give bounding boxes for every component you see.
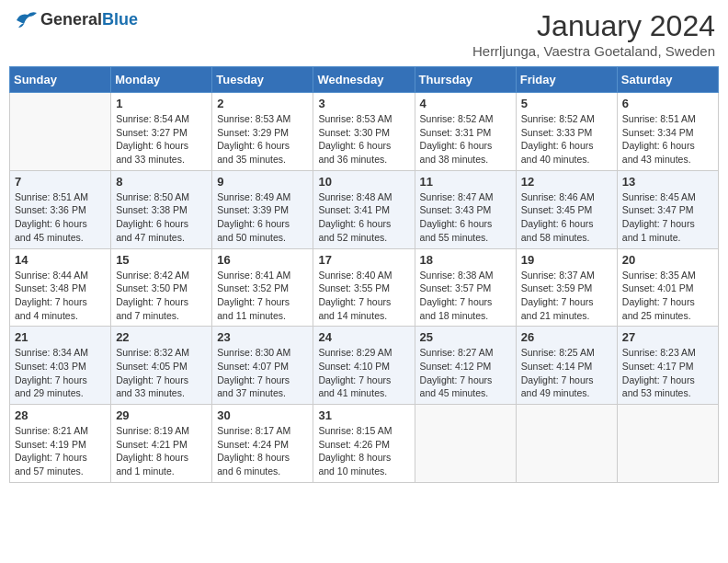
calendar-cell: 4Sunrise: 8:52 AMSunset: 3:31 PMDaylight…: [415, 93, 516, 171]
calendar-cell: 5Sunrise: 8:52 AMSunset: 3:33 PMDaylight…: [516, 93, 617, 171]
day-number: 25: [420, 330, 511, 344]
day-info: Sunrise: 8:29 AMSunset: 4:10 PMDaylight:…: [318, 346, 409, 400]
calendar-cell: [10, 93, 111, 171]
column-header-tuesday: Tuesday: [212, 67, 313, 93]
day-number: 15: [116, 253, 207, 267]
calendar-cell: 23Sunrise: 8:30 AMSunset: 4:07 PMDayligh…: [212, 327, 313, 405]
day-info: Sunrise: 8:51 AMSunset: 3:34 PMDaylight:…: [622, 112, 713, 167]
day-number: 19: [521, 253, 612, 267]
day-info: Sunrise: 8:34 AMSunset: 4:03 PMDaylight:…: [15, 346, 106, 400]
calendar-cell: 25Sunrise: 8:27 AMSunset: 4:12 PMDayligh…: [415, 327, 516, 405]
day-number: 13: [622, 175, 713, 189]
day-number: 14: [15, 253, 106, 267]
day-number: 16: [217, 253, 308, 267]
day-number: 2: [217, 97, 308, 110]
calendar-body: 1Sunrise: 8:54 AMSunset: 3:27 PMDaylight…: [10, 93, 719, 483]
day-info: Sunrise: 8:52 AMSunset: 3:31 PMDaylight:…: [420, 112, 511, 167]
day-number: 9: [217, 175, 308, 189]
calendar-cell: 14Sunrise: 8:44 AMSunset: 3:48 PMDayligh…: [10, 248, 111, 327]
calendar-title: January 2024: [472, 9, 715, 43]
day-info: Sunrise: 8:30 AMSunset: 4:07 PMDaylight:…: [217, 346, 308, 400]
logo-blue: Blue: [102, 10, 138, 29]
calendar-week-row: 28Sunrise: 8:21 AMSunset: 4:19 PMDayligh…: [10, 405, 719, 483]
day-number: 23: [217, 330, 308, 344]
calendar-cell: 20Sunrise: 8:35 AMSunset: 4:01 PMDayligh…: [617, 248, 718, 327]
calendar-table: SundayMondayTuesdayWednesdayThursdayFrid…: [9, 66, 719, 483]
day-number: 8: [116, 175, 207, 189]
calendar-cell: 22Sunrise: 8:32 AMSunset: 4:05 PMDayligh…: [111, 327, 212, 405]
calendar-cell: 28Sunrise: 8:21 AMSunset: 4:19 PMDayligh…: [10, 405, 111, 483]
column-header-sunday: Sunday: [10, 67, 111, 93]
day-number: 28: [15, 408, 106, 422]
day-info: Sunrise: 8:51 AMSunset: 3:36 PMDaylight:…: [15, 190, 106, 245]
day-number: 22: [116, 330, 207, 344]
day-info: Sunrise: 8:49 AMSunset: 3:39 PMDaylight:…: [217, 190, 308, 245]
day-info: Sunrise: 8:32 AMSunset: 4:05 PMDaylight:…: [116, 346, 207, 400]
calendar-cell: 6Sunrise: 8:51 AMSunset: 3:34 PMDaylight…: [617, 93, 718, 171]
day-number: 12: [521, 175, 612, 189]
calendar-cell: 12Sunrise: 8:46 AMSunset: 3:45 PMDayligh…: [516, 170, 617, 248]
day-info: Sunrise: 8:17 AMSunset: 4:24 PMDaylight:…: [217, 424, 308, 478]
calendar-cell: 29Sunrise: 8:19 AMSunset: 4:21 PMDayligh…: [111, 405, 212, 483]
day-number: 26: [521, 330, 612, 344]
column-header-monday: Monday: [111, 67, 212, 93]
calendar-week-row: 7Sunrise: 8:51 AMSunset: 3:36 PMDaylight…: [10, 170, 719, 248]
day-number: 11: [420, 175, 511, 189]
title-area: January 2024 Herrljunga, Vaestra Goetala…: [472, 9, 715, 59]
day-info: Sunrise: 8:37 AMSunset: 3:59 PMDaylight:…: [521, 269, 612, 323]
day-number: 21: [15, 330, 106, 344]
column-header-wednesday: Wednesday: [313, 67, 415, 93]
calendar-cell: 10Sunrise: 8:48 AMSunset: 3:41 PMDayligh…: [313, 170, 415, 248]
day-info: Sunrise: 8:27 AMSunset: 4:12 PMDaylight:…: [420, 346, 511, 400]
calendar-cell: [516, 405, 617, 483]
logo-general: General: [40, 10, 102, 29]
day-info: Sunrise: 8:19 AMSunset: 4:21 PMDaylight:…: [116, 424, 207, 478]
calendar-cell: 15Sunrise: 8:42 AMSunset: 3:50 PMDayligh…: [111, 248, 212, 327]
calendar-cell: [617, 405, 718, 483]
day-info: Sunrise: 8:48 AMSunset: 3:41 PMDaylight:…: [318, 190, 409, 245]
day-info: Sunrise: 8:41 AMSunset: 3:52 PMDaylight:…: [217, 269, 308, 323]
calendar-cell: 26Sunrise: 8:25 AMSunset: 4:14 PMDayligh…: [516, 327, 617, 405]
calendar-cell: 13Sunrise: 8:45 AMSunset: 3:47 PMDayligh…: [617, 170, 718, 248]
calendar-subtitle: Herrljunga, Vaestra Goetaland, Sweden: [472, 43, 715, 59]
day-info: Sunrise: 8:38 AMSunset: 3:57 PMDaylight:…: [420, 269, 511, 323]
day-number: 29: [116, 408, 207, 422]
day-info: Sunrise: 8:40 AMSunset: 3:55 PMDaylight:…: [318, 269, 409, 323]
calendar-cell: 11Sunrise: 8:47 AMSunset: 3:43 PMDayligh…: [415, 170, 516, 248]
day-number: 5: [521, 97, 612, 110]
day-info: Sunrise: 8:47 AMSunset: 3:43 PMDaylight:…: [420, 190, 511, 245]
day-number: 18: [420, 253, 511, 267]
day-info: Sunrise: 8:53 AMSunset: 3:29 PMDaylight:…: [217, 112, 308, 167]
day-number: 31: [318, 408, 409, 422]
day-info: Sunrise: 8:54 AMSunset: 3:27 PMDaylight:…: [116, 112, 207, 167]
day-info: Sunrise: 8:15 AMSunset: 4:26 PMDaylight:…: [318, 424, 409, 478]
header: GeneralBlue January 2024 Herrljunga, Vae…: [9, 9, 719, 59]
day-info: Sunrise: 8:23 AMSunset: 4:17 PMDaylight:…: [622, 346, 713, 400]
calendar-cell: 19Sunrise: 8:37 AMSunset: 3:59 PMDayligh…: [516, 248, 617, 327]
calendar-week-row: 1Sunrise: 8:54 AMSunset: 3:27 PMDaylight…: [10, 93, 719, 171]
day-number: 1: [116, 97, 207, 110]
logo-text: GeneralBlue: [40, 10, 138, 29]
calendar-cell: 9Sunrise: 8:49 AMSunset: 3:39 PMDaylight…: [212, 170, 313, 248]
logo: GeneralBlue: [13, 9, 138, 29]
calendar-week-row: 14Sunrise: 8:44 AMSunset: 3:48 PMDayligh…: [10, 248, 719, 327]
calendar-cell: 31Sunrise: 8:15 AMSunset: 4:26 PMDayligh…: [313, 405, 415, 483]
calendar-cell: 3Sunrise: 8:53 AMSunset: 3:30 PMDaylight…: [313, 93, 415, 171]
day-info: Sunrise: 8:21 AMSunset: 4:19 PMDaylight:…: [15, 424, 106, 478]
day-number: 6: [622, 97, 713, 110]
calendar-cell: 27Sunrise: 8:23 AMSunset: 4:17 PMDayligh…: [617, 327, 718, 405]
logo-icon: [13, 9, 39, 29]
day-number: 7: [15, 175, 106, 189]
day-info: Sunrise: 8:45 AMSunset: 3:47 PMDaylight:…: [622, 190, 713, 245]
calendar-cell: 18Sunrise: 8:38 AMSunset: 3:57 PMDayligh…: [415, 248, 516, 327]
calendar-cell: 8Sunrise: 8:50 AMSunset: 3:38 PMDaylight…: [111, 170, 212, 248]
calendar-cell: 16Sunrise: 8:41 AMSunset: 3:52 PMDayligh…: [212, 248, 313, 327]
calendar-cell: 17Sunrise: 8:40 AMSunset: 3:55 PMDayligh…: [313, 248, 415, 327]
day-number: 17: [318, 253, 409, 267]
day-number: 3: [318, 97, 409, 110]
calendar-cell: 7Sunrise: 8:51 AMSunset: 3:36 PMDaylight…: [10, 170, 111, 248]
day-number: 30: [217, 408, 308, 422]
calendar-week-row: 21Sunrise: 8:34 AMSunset: 4:03 PMDayligh…: [10, 327, 719, 405]
calendar-cell: 2Sunrise: 8:53 AMSunset: 3:29 PMDaylight…: [212, 93, 313, 171]
day-info: Sunrise: 8:35 AMSunset: 4:01 PMDaylight:…: [622, 269, 713, 323]
